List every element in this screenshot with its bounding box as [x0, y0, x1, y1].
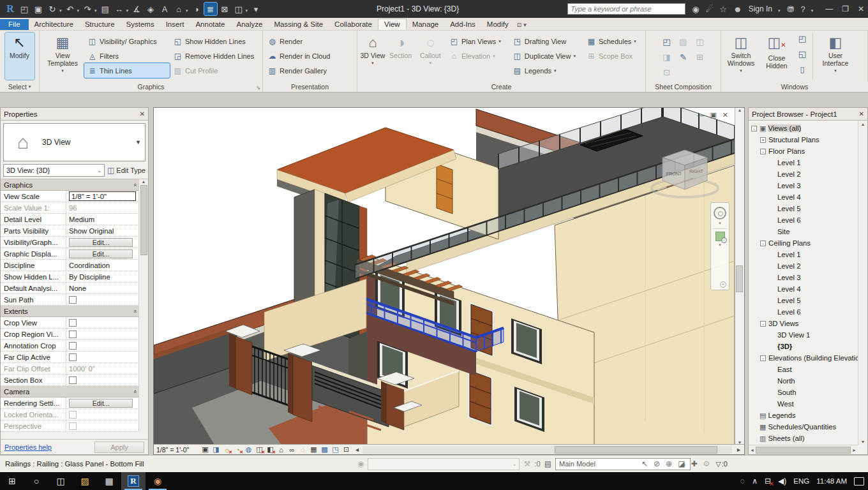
hscroll-right-arrow[interactable]: ► [736, 447, 742, 453]
default-3d-view-icon-caret[interactable]: ▾ [186, 8, 188, 13]
tree-item-3d-views[interactable]: -3D Views [749, 318, 858, 329]
project-browser-close-icon[interactable]: ✕ [859, 110, 864, 117]
action-center-icon[interactable] [854, 477, 864, 486]
shadows-icon[interactable]: ◔✕ [232, 445, 243, 454]
navigation-bar[interactable]: ▾ ▾ − [710, 202, 730, 290]
text-icon[interactable]: A [158, 3, 171, 15]
open-icon[interactable]: ◰ [18, 3, 31, 15]
calendar-icon[interactable]: ▦ [97, 472, 121, 490]
sign-in-button[interactable]: Sign In [749, 4, 772, 13]
tab-annotate[interactable]: Annotate [190, 19, 230, 30]
type-selector[interactable]: ⌂ 3D View ▼ [3, 123, 146, 161]
duplicate-view-button[interactable]: ◫Duplicate View▾ [509, 48, 583, 63]
tree-item-schedules-quantities[interactable]: ▦Schedules/Quantities [749, 421, 858, 433]
taskbar-clock[interactable]: 11:48 AM [816, 477, 847, 485]
property-section-camera[interactable]: Camera« [1, 386, 148, 397]
volume-icon[interactable]: ◀) [778, 477, 786, 486]
type-selector-caret-icon[interactable]: ▼ [135, 139, 145, 145]
graphics-dialog-launcher-icon[interactable]: ⇘ [256, 85, 260, 91]
paint-taskbar-icon[interactable]: ◉ [146, 472, 170, 490]
tree-item-legends[interactable]: ▤Legends [749, 410, 858, 421]
default-3d-view-icon[interactable]: ⌂ [172, 3, 185, 15]
user-interface-button[interactable]: ◧User Interface▾ [815, 33, 856, 80]
ribbon-display-toggle[interactable]: ⊡▾ [517, 22, 527, 30]
redo-icon[interactable]: ↷ [81, 3, 94, 15]
tab-add-ins[interactable]: Add-Ins [444, 19, 481, 30]
tab-view[interactable]: View [378, 19, 407, 30]
undo-icon[interactable]: ↶ [64, 3, 77, 15]
edit-type-button[interactable]: ◫Edit Type [107, 166, 146, 175]
zoom-caret-icon[interactable]: ▾ [719, 242, 721, 248]
browser-horizontal-scrollbar[interactable]: ◄► [749, 445, 858, 454]
apply-button[interactable]: Apply [94, 442, 144, 453]
show-hidden-lines-button[interactable]: ◱Show Hidden Lines [170, 34, 260, 48]
sign-in-caret-icon[interactable]: ▾ [778, 8, 781, 13]
search-icon[interactable]: ◉ [692, 4, 699, 14]
worksharing-display-icon[interactable]: ▩ [319, 445, 330, 454]
revit-logo[interactable]: R [4, 3, 17, 15]
expand-icon[interactable]: + [760, 137, 766, 143]
new-window-icon[interactable]: ◰ [798, 34, 806, 49]
tree-item-south[interactable]: South [749, 387, 858, 398]
properties-close-icon[interactable]: ✕ [140, 110, 145, 117]
property-value[interactable]: 1000' 0" [69, 365, 95, 373]
people-icon[interactable]: ◌ [740, 477, 745, 486]
render-dialog-icon[interactable]: ◍ [243, 445, 254, 454]
tab-structure[interactable]: Structure [79, 19, 121, 30]
user-icon[interactable]: ☻ [733, 4, 742, 14]
revit-taskbar-icon[interactable]: R [121, 472, 146, 490]
view-templates-button[interactable]: ▦ View Templates▾ [41, 33, 84, 80]
tab-architecture[interactable]: Architecture [29, 19, 79, 30]
favorites-star-icon[interactable]: ☆ [719, 4, 727, 14]
show-hidden-icons-chevron[interactable]: ∧ [752, 477, 758, 486]
view-close-icon[interactable]: ✕ [722, 111, 728, 119]
property-section-graphics[interactable]: Graphics« [1, 179, 148, 191]
tile-windows-icon[interactable]: ▯ [800, 64, 804, 80]
property-checkbox[interactable] [69, 296, 77, 304]
help-icon[interactable]: ? [800, 4, 805, 14]
tree-item-elevations-building-elevation[interactable]: -Elevations (Building Elevation) [749, 352, 858, 364]
customize-qat-icon[interactable]: ▾ [250, 3, 262, 15]
edit-button[interactable]: Edit... [69, 399, 133, 408]
switch-windows-icon-caret[interactable]: ▾ [246, 8, 248, 13]
help-search-input[interactable] [567, 3, 685, 15]
crop-view-icon[interactable]: ◫✕ [254, 445, 265, 454]
property-section-extents[interactable]: Extents« [1, 306, 148, 317]
file-explorer-icon[interactable]: ▨ [73, 472, 97, 490]
edit-button[interactable]: Edit... [69, 249, 133, 258]
tree-item-sheets-all[interactable]: ▥Sheets (all) [749, 433, 858, 444]
canvas-horizontal-scrollbar[interactable] [363, 446, 732, 454]
collapse-icon[interactable]: - [760, 241, 766, 246]
sun-path-icon[interactable]: ☼✕ [221, 445, 232, 454]
zoom-icon[interactable] [715, 232, 725, 241]
close-hidden-windows-icon[interactable]: ⊠ [218, 3, 231, 15]
select-caption[interactable]: Select ▾ [0, 82, 40, 92]
drag-on-selection-icon[interactable]: ✚ [691, 459, 698, 468]
view-selector-combo[interactable]: 3D View: {3D}⌄ [3, 164, 105, 177]
property-value[interactable]: Show Original [69, 227, 114, 235]
property-checkbox[interactable] [69, 330, 77, 338]
tree-item-level-6[interactable]: Level 6 [749, 306, 858, 318]
tab-massing-site[interactable]: Massing & Site [268, 19, 329, 30]
thin-lines-button[interactable]: ≣Thin Lines [84, 63, 170, 78]
building-3d-model[interactable] [154, 108, 735, 445]
tree-item-level-3[interactable]: Level 3 [749, 272, 858, 283]
tree-item-level-2[interactable]: Level 2 [749, 260, 858, 272]
print-icon[interactable]: ▤ [99, 3, 112, 15]
selection-filter-icon[interactable]: ▽:0 [715, 460, 728, 468]
view-cube[interactable]: FRONT RIGHT [649, 140, 721, 201]
property-value[interactable]: None [69, 285, 86, 292]
properties-help-link[interactable]: Properties help [4, 443, 52, 451]
plan-views-button[interactable]: ◰Plan Views▾ [446, 34, 509, 48]
tree-item-level-2[interactable]: Level 2 [749, 168, 858, 180]
select-underlay-icon[interactable]: ⊘ [654, 459, 660, 468]
tab-insert[interactable]: Insert [160, 19, 190, 30]
tree-item-level-4[interactable]: Level 4 [749, 283, 858, 295]
temporary-view-properties-icon[interactable]: ▦ [308, 445, 319, 454]
temporary-hide-isolate-icon[interactable]: ∞ [287, 445, 297, 454]
render-gallery-button[interactable]: ▥Render Gallery [264, 63, 355, 78]
shaded-icon[interactable]: ◨ [211, 445, 221, 454]
matchline-icon[interactable]: ✎ [680, 52, 687, 62]
tree-item-level-1[interactable]: Level 1 [749, 157, 858, 168]
sync-icon-caret[interactable]: ▾ [59, 8, 62, 13]
